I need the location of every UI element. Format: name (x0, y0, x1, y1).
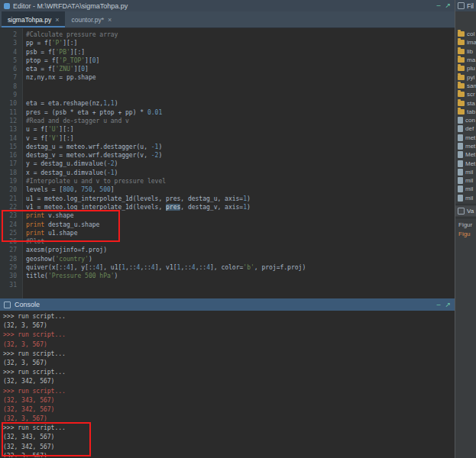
code-line[interactable]: 5ptop = f['P_TOP'][0] (0, 56, 455, 65)
file-tree-item[interactable]: col (455, 30, 476, 38)
line-number: 2 (0, 31, 22, 39)
code-line[interactable]: 4psb = f['PB'][:] (0, 48, 455, 56)
tab-close-icon[interactable]: × (55, 16, 59, 24)
figure-item[interactable]: Figu (455, 229, 476, 239)
file-tree-label: con (465, 117, 475, 124)
file-tree-item[interactable]: def (455, 124, 476, 133)
code-line[interactable]: 8 (0, 82, 455, 91)
file-tree-label: pyl (467, 74, 474, 81)
file-tree-label: ma (467, 56, 475, 63)
minimize-icon[interactable]: – (436, 2, 440, 9)
folder-icon (458, 57, 465, 63)
console-line: >>> run script... (3, 350, 455, 359)
file-tree-item[interactable]: met (455, 134, 476, 142)
code-line[interactable]: 10eta = eta.reshape(nz,1,1) (0, 99, 455, 108)
figure-item[interactable]: Figur (455, 220, 476, 230)
minimize-icon[interactable]: – (436, 302, 440, 308)
float-window-icon[interactable]: ↗ (445, 302, 451, 308)
float-window-icon[interactable]: ↗ (445, 2, 451, 9)
file-tree-item[interactable]: con (455, 116, 476, 124)
code-token: u1 = meteo.log_interpolate_1d(levels, pr… (26, 195, 243, 202)
file-tree-item[interactable]: mil (455, 194, 476, 202)
console-output[interactable]: >>> run script...(32, 3, 567)>>> run scr… (0, 311, 455, 457)
code-line[interactable]: 14v = f['V'][:] (0, 134, 455, 143)
code-text: print v.shape (22, 211, 74, 220)
code-token: 'country' (56, 256, 89, 263)
file-icon (458, 125, 463, 132)
code-line[interactable]: 12#Read and de-stagger u and v (0, 117, 455, 125)
line-number: 12 (0, 117, 22, 125)
code-line[interactable]: 19#Interpolate u and v to pressure level (0, 177, 455, 185)
line-number: 19 (0, 177, 22, 185)
code-token: u1.shape (44, 230, 77, 237)
file-tree-item[interactable]: mil (455, 168, 476, 176)
file-tree-item[interactable]: mil (455, 176, 476, 185)
file-tree-item[interactable]: plu (455, 64, 476, 73)
code-token: destag_u = meteo.wrf.destagger(u, (26, 144, 151, 150)
code-line[interactable]: 9 (0, 91, 455, 99)
code-token: ) (115, 160, 118, 167)
editor-titlebar: Editor - M:\WRFDATA\sigmaTohpa.py – ↗ (0, 0, 455, 11)
file-tree-item[interactable]: ma (455, 56, 476, 64)
file-tree-item[interactable]: met (455, 142, 476, 150)
code-line[interactable]: 28geoshow('country') (0, 255, 455, 263)
file-tree-item[interactable]: Met (455, 150, 476, 159)
code-editor[interactable]: 2#Calculate pressure array3pp = f['P'][:… (0, 28, 455, 298)
file-tree-label: sam (467, 82, 476, 89)
code-text: pres = (psb * eta + ptop + pp) * 0.01 (22, 108, 162, 117)
tab-sigmatohpa-py[interactable]: sigmaTohpa.py× (2, 11, 65, 27)
code-line[interactable]: 13u = f['U'][:] (0, 125, 455, 134)
code-token: ] (111, 186, 115, 193)
file-tree-item[interactable]: ima (455, 38, 476, 47)
code-line[interactable]: 30title('Pressure 500 hPa') (0, 272, 455, 280)
code-line[interactable]: 25print u1.shape (0, 229, 455, 237)
file-tree-item[interactable]: tab (455, 108, 476, 116)
code-line[interactable]: 23print v.shape (0, 211, 455, 220)
code-line[interactable]: 17y = destag_u.dimvalue(-2) (0, 160, 455, 168)
code-line[interactable]: 22v1 = meteo.log_interpolate_1d(levels, … (0, 203, 455, 211)
file-tree-label: lib (467, 48, 473, 55)
tab-close-icon[interactable]: × (108, 16, 112, 24)
code-line[interactable]: 3pp = f['P'][:] (0, 39, 455, 47)
code-token: ) (115, 100, 118, 107)
file-tree-item[interactable]: lib (455, 47, 476, 56)
code-text: y = destag_u.dimvalue(-2) (22, 160, 118, 168)
file-tree-item[interactable]: mil (455, 185, 476, 193)
code-line[interactable]: 2#Calculate pressure array (0, 31, 455, 39)
tab-countor-py-[interactable]: countor.py*× (65, 11, 118, 27)
code-line[interactable]: 7nz,ny,nx = pp.shape (0, 73, 455, 82)
panel-divider (455, 218, 476, 218)
code-line[interactable]: 29quiver(x[::4], y[::4], u1[1,::4,::4], … (0, 263, 455, 272)
code-token: 800 (63, 186, 73, 193)
line-number: 26 (0, 237, 22, 246)
line-number: 25 (0, 229, 22, 237)
console-window-controls: – ↗ (436, 302, 451, 308)
file-tree-item[interactable]: scr (455, 90, 476, 98)
code-token: 'U' (48, 126, 59, 133)
code-line[interactable]: 26#Plot (0, 237, 455, 246)
ide-window: Editor - M:\WRFDATA\sigmaTohpa.py – ↗ si… (0, 0, 476, 458)
code-line[interactable]: 24print destag_u.shape (0, 221, 455, 229)
file-tree-item[interactable]: Met (455, 159, 476, 167)
code-line[interactable]: 16destag_v = meteo.wrf.destagger(v, -2) (0, 151, 455, 160)
code-token: 'b' (243, 264, 254, 271)
line-number: 17 (0, 160, 22, 168)
code-line[interactable]: 18x = destag_u.dimvalue(-1) (0, 169, 455, 177)
code-line[interactable]: 31 (0, 281, 455, 289)
console-line: (32, 342, 567) (3, 405, 455, 414)
code-line[interactable]: 15destag_u = meteo.wrf.destagger(u, -1) (0, 143, 455, 151)
file-tree-label: mil (465, 169, 473, 176)
editor-tabbar: sigmaTohpa.py×countor.py*× (0, 11, 455, 28)
code-line[interactable]: 27axesm(projinfo=f.proj) (0, 246, 455, 254)
file-tree-label: ima (467, 39, 476, 46)
code-line[interactable]: 21u1 = meteo.log_interpolate_1d(levels, … (0, 195, 455, 203)
code-line[interactable]: 11pres = (psb * eta + ptop + pp) * 0.01 (0, 108, 455, 117)
console-line: >>> run script... (3, 387, 455, 396)
file-tree-item[interactable]: sam (455, 82, 476, 90)
file-tree-label: scr (467, 91, 475, 98)
code-line[interactable]: 6eta = f['ZNU'][0] (0, 65, 455, 73)
file-tree-item[interactable]: pyl (455, 73, 476, 81)
code-line[interactable]: 20levels = [800, 750, 500] (0, 185, 455, 194)
code-token: ) (115, 169, 118, 176)
file-tree-item[interactable]: sta (455, 98, 476, 107)
